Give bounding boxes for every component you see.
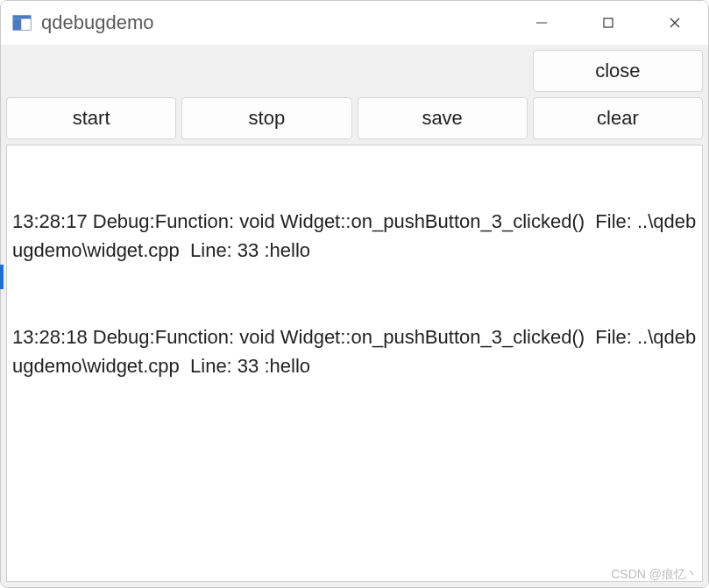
svg-rect-2 [13, 18, 21, 30]
window-title: qdebugdemo [41, 11, 153, 34]
log-textarea[interactable]: 13:28:17 Debug:Function: void Widget::on… [6, 145, 703, 582]
start-button[interactable]: start [6, 97, 176, 139]
window-controls [508, 1, 708, 45]
svg-rect-3 [21, 18, 31, 30]
minimize-button[interactable] [508, 1, 575, 45]
save-button[interactable]: save [358, 97, 528, 139]
maximize-button[interactable] [575, 1, 642, 45]
content-area: close start stop save clear 13:28:17 Deb… [1, 45, 708, 587]
main-window: qdebugdemo close start stop save clear 1… [0, 0, 709, 588]
clear-button[interactable]: clear [533, 97, 703, 139]
svg-rect-5 [604, 18, 613, 27]
watermark-text: CSDN @痕忆丶 [611, 567, 698, 583]
app-icon [11, 12, 32, 33]
button-row: close start stop save clear [1, 45, 708, 145]
log-entry: 13:28:17 Debug:Function: void Widget::on… [12, 207, 697, 265]
left-accent-marker [0, 265, 4, 289]
close-window-button[interactable] [642, 1, 708, 45]
close-button[interactable]: close [533, 50, 703, 92]
titlebar: qdebugdemo [1, 1, 708, 45]
log-entry: 13:28:18 Debug:Function: void Widget::on… [12, 322, 697, 380]
svg-rect-1 [13, 16, 31, 19]
stop-button[interactable]: stop [181, 97, 351, 139]
